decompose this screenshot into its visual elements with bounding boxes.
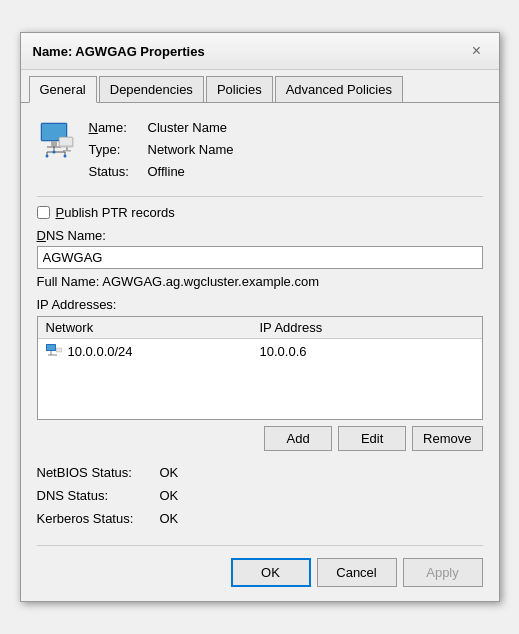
- footer-divider: [37, 545, 483, 546]
- svg-point-14: [52, 151, 55, 154]
- edit-button[interactable]: Edit: [338, 426, 406, 451]
- close-button[interactable]: ×: [467, 41, 487, 61]
- network-small-icon: [46, 344, 62, 358]
- resource-info: Name: Cluster Name Type: Network Name St…: [37, 117, 483, 183]
- svg-rect-16: [47, 345, 55, 350]
- ip-address-value: 10.0.0.6: [260, 344, 474, 359]
- svg-point-13: [63, 155, 66, 158]
- dialog: Name: AGWGAG Properties × General Depend…: [20, 32, 500, 601]
- tab-general[interactable]: General: [29, 76, 97, 103]
- kerberos-status-label: Kerberos Status:: [37, 507, 152, 530]
- remove-button[interactable]: Remove: [412, 426, 482, 451]
- info-table: Name: Cluster Name Type: Network Name St…: [89, 117, 234, 183]
- kerberos-status-value: OK: [160, 507, 179, 530]
- tab-bar: General Dependencies Policies Advanced P…: [21, 70, 499, 103]
- status-value: Offline: [148, 161, 185, 183]
- add-button[interactable]: Add: [264, 426, 332, 451]
- netbios-status-label: NetBIOS Status:: [37, 461, 152, 484]
- svg-rect-2: [51, 141, 57, 146]
- svg-rect-5: [60, 138, 72, 145]
- name-value: Cluster Name: [148, 117, 227, 139]
- cancel-button[interactable]: Cancel: [317, 558, 397, 587]
- ip-table-header: Network IP Address: [38, 317, 482, 339]
- status-section: NetBIOS Status: OK DNS Status: OK Kerber…: [37, 461, 483, 531]
- publish-ptr-checkbox[interactable]: [37, 206, 50, 219]
- name-row: Name: Cluster Name: [89, 117, 234, 139]
- full-name: Full Name: AGWGAG.ag.wgcluster.example.c…: [37, 274, 483, 289]
- dialog-title: Name: AGWGAG Properties: [33, 44, 205, 59]
- tab-advanced-policies[interactable]: Advanced Policies: [275, 76, 403, 103]
- ip-table-row[interactable]: 10.0.0.0/24 10.0.0.6: [38, 341, 482, 362]
- svg-rect-18: [56, 349, 61, 352]
- type-value: Network Name: [148, 139, 234, 161]
- name-label: Name:: [89, 117, 144, 139]
- dns-name-input[interactable]: [37, 246, 483, 269]
- type-label: Type:: [89, 139, 144, 161]
- publish-ptr-row: Publish PTR records: [37, 205, 483, 220]
- ip-network-value: 10.0.0.0/24: [46, 344, 260, 359]
- ip-addresses-table: Network IP Address: [37, 316, 483, 420]
- title-bar: Name: AGWGAG Properties ×: [21, 33, 499, 70]
- publish-ptr-label: Publish PTR records: [56, 205, 175, 220]
- ip-table-body: 10.0.0.0/24 10.0.0.6: [38, 339, 482, 419]
- divider-1: [37, 196, 483, 197]
- dns-status-label: DNS Status:: [37, 484, 152, 507]
- tab-policies[interactable]: Policies: [206, 76, 273, 103]
- tab-content: Name: Cluster Name Type: Network Name St…: [21, 103, 499, 600]
- ip-buttons: Add Edit Remove: [37, 426, 483, 451]
- type-row: Type: Network Name: [89, 139, 234, 161]
- tab-dependencies[interactable]: Dependencies: [99, 76, 204, 103]
- netbios-row: NetBIOS Status: OK: [37, 461, 483, 484]
- ip-col-header: IP Address: [260, 320, 474, 335]
- dns-name-label: DNS Name:: [37, 228, 483, 243]
- svg-rect-6: [66, 147, 68, 150]
- network-col-header: Network: [46, 320, 260, 335]
- netbios-status-value: OK: [160, 461, 179, 484]
- status-row: Status: Offline: [89, 161, 234, 183]
- dns-status-value: OK: [160, 484, 179, 507]
- kerberos-row: Kerberos Status: OK: [37, 507, 483, 530]
- apply-button[interactable]: Apply: [403, 558, 483, 587]
- dns-status-row: DNS Status: OK: [37, 484, 483, 507]
- svg-rect-7: [63, 150, 71, 152]
- ok-button[interactable]: OK: [231, 558, 311, 587]
- status-label: Status:: [89, 161, 144, 183]
- network-icon: [37, 119, 77, 159]
- svg-point-12: [45, 155, 48, 158]
- ip-addresses-label: IP Addresses:: [37, 297, 483, 312]
- footer-buttons: OK Cancel Apply: [37, 552, 483, 589]
